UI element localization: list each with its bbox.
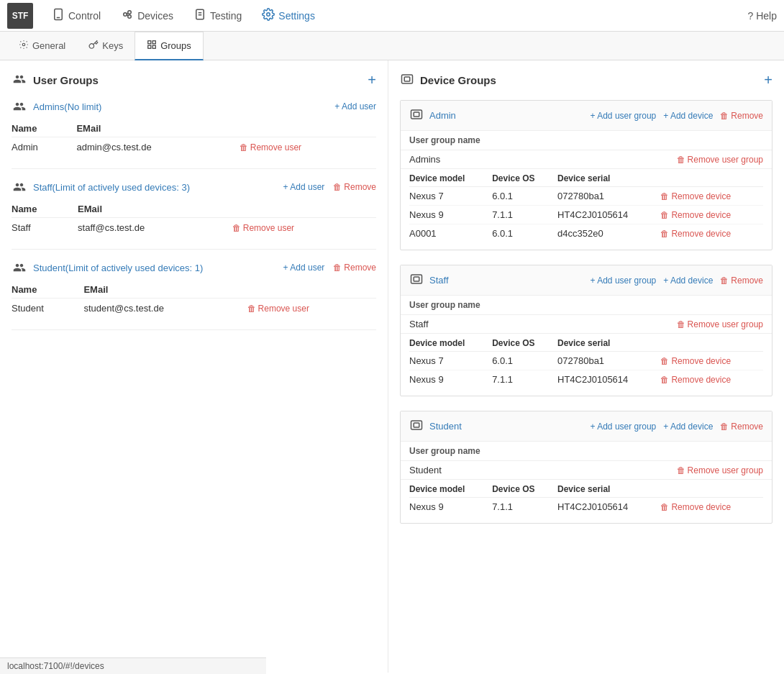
- add-user-group-to-staff-dg-button[interactable]: + Add user group: [591, 275, 657, 286]
- main-content: User Groups + Admins(No limit) + Add use…: [0, 60, 784, 673]
- user-group-staff: Staff(Limit of actively used devices: 3)…: [12, 181, 376, 250]
- add-device-to-student-dg-button[interactable]: + Add device: [663, 422, 713, 432]
- add-user-group-to-admin-dg-button[interactable]: + Add user group: [591, 111, 657, 121]
- add-device-to-admin-dg-button[interactable]: + Add device: [663, 111, 713, 121]
- col-email: EMail: [76, 120, 239, 137]
- device-serial: HT4C2J0105614: [557, 370, 660, 389]
- table-row: A0001 6.0.1 d4cc352e0 🗑 Remove device: [409, 224, 763, 243]
- add-device-group-button[interactable]: +: [764, 72, 772, 88]
- svg-rect-17: [411, 110, 422, 119]
- user-email: admin@cs.test.de: [76, 137, 239, 158]
- col-device-model: Device model: [409, 334, 492, 352]
- trash-icon: 🗑: [720, 111, 729, 121]
- user-name: Student: [12, 299, 83, 319]
- admins-group-name[interactable]: Admins(No limit): [12, 100, 101, 113]
- add-user-group-to-student-dg-button[interactable]: + Add user group: [591, 422, 657, 432]
- trash-icon: 🗑: [333, 182, 342, 192]
- table-row: Nexus 9 7.1.1 HT4C2J0105614 🗑 Remove dev…: [409, 498, 763, 516]
- table-row: Nexus 7 6.0.1 072780ba1 🗑 Remove device: [409, 352, 763, 370]
- remove-admin-dg-button[interactable]: 🗑 Remove: [720, 111, 763, 121]
- nav-settings[interactable]: Settings: [252, 0, 325, 32]
- testing-icon: [193, 8, 206, 23]
- remove-user-cell: 🗑 Remove user: [240, 137, 376, 158]
- table-row: Nexus 7 6.0.1 072780ba1 🗑 Remove device: [409, 187, 763, 206]
- device-os: 7.1.1: [492, 498, 557, 516]
- remove-device-nexus7-admin-button[interactable]: 🗑 Remove device: [660, 191, 757, 201]
- add-user-to-staff-button[interactable]: + Add user: [283, 182, 325, 192]
- student-dg-ug-header: User group name: [401, 442, 772, 461]
- admin-dg-ug-row: Admins 🗑 Remove user group: [401, 150, 772, 169]
- nav-items: Control Devices Testing: [42, 0, 748, 32]
- student-group-header: Student(Limit of actively used devices: …: [12, 261, 376, 274]
- svg-point-10: [22, 43, 25, 46]
- remove-device-nexus9-admin-button[interactable]: 🗑 Remove device: [660, 210, 757, 220]
- remove-device-a0001-admin-button[interactable]: 🗑 Remove device: [660, 229, 757, 239]
- remove-student-dg-button[interactable]: 🗑 Remove: [720, 422, 763, 432]
- user-groups-header: User Groups +: [12, 72, 376, 88]
- tab-groups[interactable]: Groups: [135, 32, 204, 60]
- table-row: Nexus 9 7.1.1 HT4C2J0105614 🗑 Remove dev…: [409, 370, 763, 389]
- staff-dg-title[interactable]: Staff: [409, 273, 449, 288]
- col-device-actions: [660, 169, 763, 187]
- help-link[interactable]: ? Help: [748, 10, 777, 22]
- trash-icon: 🗑: [660, 191, 669, 201]
- trash-icon: 🗑: [660, 229, 669, 239]
- student-dg-title[interactable]: Student: [409, 419, 462, 434]
- tab-general[interactable]: General: [7, 32, 77, 60]
- remove-staff-group-button[interactable]: 🗑 Remove: [333, 182, 376, 192]
- add-user-to-student-button[interactable]: + Add user: [283, 263, 325, 273]
- svg-line-6: [127, 14, 128, 16]
- remove-device-nexus9-staff-button[interactable]: 🗑 Remove device: [660, 375, 757, 385]
- nav-control[interactable]: Control: [42, 0, 111, 32]
- admin-devices-table: Device model Device OS Device serial Nex…: [409, 169, 763, 242]
- admins-users-table: Name EMail Admin admin@cs.test.de 🗑 Remo…: [12, 120, 376, 157]
- remove-student-group-button[interactable]: 🗑 Remove: [333, 263, 376, 273]
- trash-icon: 🗑: [333, 263, 342, 273]
- remove-admin-user-button[interactable]: 🗑 Remove user: [240, 142, 370, 152]
- col-device-os: Device OS: [492, 480, 557, 498]
- svg-line-5: [127, 13, 128, 14]
- status-bar: localhost:7100/#!/devices: [0, 657, 266, 673]
- trash-icon: 🗑: [720, 275, 729, 286]
- keys-icon: [88, 40, 99, 52]
- add-device-to-staff-dg-button[interactable]: + Add device: [663, 275, 713, 286]
- trash-icon: 🗑: [232, 223, 241, 233]
- trash-icon: 🗑: [240, 142, 248, 152]
- general-icon: [19, 40, 29, 52]
- trash-icon: 🗑: [660, 210, 669, 220]
- remove-staff-user-button[interactable]: 🗑 Remove user: [232, 223, 370, 233]
- remove-staff-from-staff-dg-button[interactable]: 🗑 Remove user group: [677, 319, 763, 329]
- svg-rect-13: [152, 45, 155, 48]
- device-groups-header: Device Groups +: [400, 72, 772, 88]
- remove-device-nexus9-student-button[interactable]: 🗑 Remove device: [660, 502, 757, 512]
- staff-group-name[interactable]: Staff(Limit of actively used devices: 3): [12, 181, 190, 193]
- tab-keys[interactable]: Keys: [77, 32, 135, 60]
- col-device-actions: [660, 480, 763, 498]
- user-groups-panel: User Groups + Admins(No limit) + Add use…: [0, 60, 388, 673]
- remove-device-nexus7-staff-button[interactable]: 🗑 Remove device: [660, 356, 757, 366]
- device-group-admin: Admin + Add user group + Add device 🗑 Re…: [400, 100, 772, 250]
- device-group-icon: [400, 73, 414, 88]
- settings-icon: [262, 8, 275, 23]
- admin-dg-title[interactable]: Admin: [409, 108, 456, 123]
- svg-rect-18: [414, 112, 419, 117]
- device-os: 7.1.1: [492, 206, 557, 224]
- remove-student-user-button[interactable]: 🗑 Remove user: [247, 304, 370, 314]
- student-group-name[interactable]: Student(Limit of actively used devices: …: [12, 261, 203, 274]
- col-device-actions: [660, 334, 763, 352]
- svg-point-9: [267, 13, 270, 17]
- staff-dg-actions: + Add user group + Add device 🗑 Remove: [591, 275, 763, 286]
- student-dg-actions: + Add user group + Add device 🗑 Remove: [591, 422, 763, 432]
- nav-devices[interactable]: Devices: [111, 0, 183, 32]
- remove-staff-dg-button[interactable]: 🗑 Remove: [720, 275, 763, 286]
- student-devices-table: Device model Device OS Device serial Nex…: [409, 480, 763, 516]
- col-name: Name: [12, 281, 83, 299]
- svg-rect-21: [411, 421, 422, 429]
- col-device-model: Device model: [409, 169, 492, 187]
- add-user-to-admins-button[interactable]: + Add user: [334, 101, 376, 111]
- remove-admins-from-admin-dg-button[interactable]: 🗑 Remove user group: [677, 155, 763, 165]
- remove-student-from-student-dg-button[interactable]: 🗑 Remove user group: [677, 465, 763, 475]
- nav-testing[interactable]: Testing: [183, 0, 252, 32]
- student-users-table: Name EMail Student student@cs.test.de 🗑 …: [12, 281, 376, 318]
- add-user-group-button[interactable]: +: [368, 72, 376, 88]
